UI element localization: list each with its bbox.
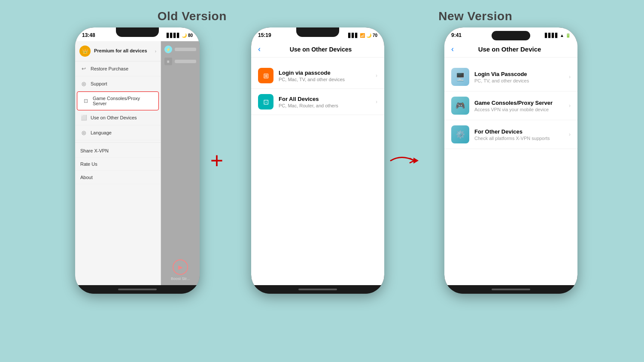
- dynamic-island: [492, 31, 530, 40]
- sidebar-chevron: ›: [155, 49, 156, 54]
- game-console-icon: ⊡: [82, 97, 89, 104]
- status-icons-2: ▋▋▋ 📶 🌙 70: [348, 33, 377, 38]
- new-console-title: Game Consoles/Proxy Server: [474, 100, 564, 106]
- support-icon: ◎: [80, 80, 87, 87]
- version-labels: Old Version New Version: [0, 0, 644, 27]
- other-devices-label: Use on Other Devices: [91, 115, 137, 120]
- right-arrow: [389, 152, 423, 169]
- tile-passcode: 🖥️: [451, 68, 469, 86]
- device-item-alldevices-text: For All Devices PC, Mac, Router, and oth…: [279, 96, 371, 108]
- right-panel-bottom: ▶ Boost Str...: [164, 259, 196, 281]
- home-bar-3: [444, 285, 577, 294]
- sidebar-item-rate[interactable]: Rate Us: [75, 158, 161, 171]
- phone3-header: ‹ Use on Other Device: [444, 41, 577, 58]
- passcode-tile-glyph: 🖥️: [456, 72, 465, 82]
- sidebar-item-other-devices[interactable]: ⬜ Use on Other Devices: [75, 110, 161, 125]
- passcode-icon-2: ⊞: [258, 68, 273, 83]
- support-label: Support: [91, 81, 107, 86]
- device-item-passcode[interactable]: ⊞ Login via passcode PC, Mac, TV, and ot…: [251, 63, 384, 89]
- new-other-subtitle: Check all platforms X-VPN supports: [474, 136, 564, 141]
- game-consoles-label: Game Consoles/Proxy Server: [93, 96, 153, 106]
- arrow-container: [389, 152, 423, 169]
- new-version-label: New Version: [438, 9, 512, 23]
- alldevices-subtitle: PC, Mac, Router, and others: [279, 103, 371, 108]
- sidebar-divider-1: [75, 142, 161, 143]
- time-1: 13:48: [82, 32, 95, 38]
- new-passcode-subtitle: PC, TV, and other devices: [474, 78, 564, 83]
- status-icons-3: ▋▋▋▋ ▲ 🔋: [545, 33, 571, 38]
- passcode-chevron: ›: [376, 73, 377, 79]
- home-bar-1: [75, 285, 200, 294]
- signal-icon-1: ▋▋▋▋: [167, 33, 180, 38]
- new-other-title: For Other Devices: [474, 128, 564, 135]
- svg-marker-0: [413, 158, 419, 164]
- back-button-3[interactable]: ‹: [451, 45, 454, 54]
- new-device-console[interactable]: 🎮 Game Consoles/Proxy Server Access VPN …: [444, 91, 577, 120]
- notch: [116, 27, 159, 37]
- sidebar-item-language[interactable]: ◎ Language: [75, 125, 161, 140]
- time-3: 9:41: [451, 32, 462, 38]
- text-line-1: [175, 48, 196, 51]
- right-panel-item-1: ⚡: [164, 46, 196, 53]
- phone1-content: 👑 Premium for all devices › ↩ Restore Pu…: [75, 41, 200, 285]
- new-console-text: Game Consoles/Proxy Server Access VPN vi…: [474, 100, 564, 112]
- new-other-icon: ⚙️: [451, 125, 469, 143]
- notch-2: [296, 27, 339, 37]
- wifi-icon-2: 📶: [360, 33, 365, 38]
- home-bar-line-2: [298, 289, 337, 290]
- new-console-subtitle: Access VPN via your mobile device: [474, 107, 564, 112]
- alldevices-title: For All Devices: [279, 96, 371, 102]
- device-item-alldevices[interactable]: ⊡ For All Devices PC, Mac, Router, and o…: [251, 89, 384, 115]
- new-other-chevron: ›: [569, 131, 571, 137]
- alldevices-chevron: ›: [376, 99, 377, 105]
- sidebar-item-support[interactable]: ◎ Support: [75, 76, 161, 91]
- tile-console: 🎮: [451, 97, 469, 115]
- alldevices-icon-2: ⊡: [258, 94, 273, 110]
- new-console-icon: 🎮: [451, 97, 469, 115]
- device-list: ⊞ Login via passcode PC, Mac, TV, and ot…: [251, 58, 384, 120]
- new-device-other[interactable]: ⚙️ For Other Devices Check all platforms…: [444, 120, 577, 149]
- wifi-icon-3: ▲: [560, 33, 564, 38]
- language-icon: ◎: [80, 129, 87, 136]
- signal-icon-2: ▋▋▋: [348, 33, 358, 38]
- status-icons-1: ▋▋▋▋ 🌙 80: [167, 33, 193, 38]
- moon-icon: 🌙: [182, 33, 187, 38]
- sidebar: 👑 Premium for all devices › ↩ Restore Pu…: [75, 41, 161, 285]
- passcode-icon-glyph: ⊞: [263, 72, 269, 80]
- battery-icon-1: 80: [188, 33, 193, 38]
- phone-old-version: 13:48 ▋▋▋▋ 🌙 80 👑 Premium for all device…: [75, 27, 200, 294]
- other-devices-icon: ⬜: [80, 114, 87, 121]
- phone-new-version: 9:41 ▋▋▋▋ ▲ 🔋 ‹ Use on Other Device: [444, 27, 577, 294]
- phone-middle: 15:19 ▋▋▋ 📶 🌙 70 ‹ Use on Other Devices …: [251, 27, 384, 294]
- new-device-passcode[interactable]: 🖥️ Login Via Passcode PC, TV, and other …: [444, 63, 577, 91]
- new-passcode-icon: 🖥️: [451, 68, 469, 86]
- other-tile-glyph: ⚙️: [456, 130, 465, 139]
- sidebar-item-game-consoles[interactable]: ⊡ Game Consoles/Proxy Server: [77, 91, 159, 110]
- time-2: 15:19: [258, 32, 271, 38]
- plus-sign: +: [204, 148, 230, 173]
- sidebar-item-about[interactable]: About: [75, 171, 161, 184]
- phone2-header: ‹ Use on Other Devices: [251, 41, 384, 58]
- sidebar-item-restore[interactable]: ↩ Restore Purchase: [75, 61, 161, 76]
- new-device-list: 🖥️ Login Via Passcode PC, TV, and other …: [444, 58, 577, 154]
- auto-icon: ≡: [164, 58, 172, 65]
- alldevices-icon-glyph: ⊡: [263, 98, 269, 106]
- tile-other: ⚙️: [451, 125, 469, 143]
- home-bar-2: [251, 285, 384, 294]
- old-version-label: Old Version: [158, 9, 227, 23]
- phones-row: 13:48 ▋▋▋▋ 🌙 80 👑 Premium for all device…: [0, 27, 644, 294]
- boost-text: Boost Str...: [171, 277, 190, 281]
- sidebar-item-share[interactable]: Share X-VPN: [75, 144, 161, 158]
- right-panel-spacer: [164, 70, 196, 255]
- sidebar-header[interactable]: 👑 Premium for all devices ›: [75, 41, 161, 61]
- boost-button-icon[interactable]: ▶: [173, 259, 188, 275]
- new-passcode-text: Login Via Passcode PC, TV, and other dev…: [474, 71, 564, 83]
- new-other-text: For Other Devices Check all platforms X-…: [474, 128, 564, 141]
- console-tile-glyph: 🎮: [456, 101, 465, 110]
- device-item-passcode-text: Login via passcode PC, Mac, TV, and othe…: [279, 70, 371, 82]
- right-panel-item-2: ≡: [164, 58, 196, 65]
- battery-icon-2: 70: [373, 33, 377, 38]
- signal-icon-3: ▋▋▋▋: [545, 33, 559, 38]
- back-button-2[interactable]: ‹: [258, 45, 261, 54]
- boost-icon: ⚡: [164, 46, 172, 53]
